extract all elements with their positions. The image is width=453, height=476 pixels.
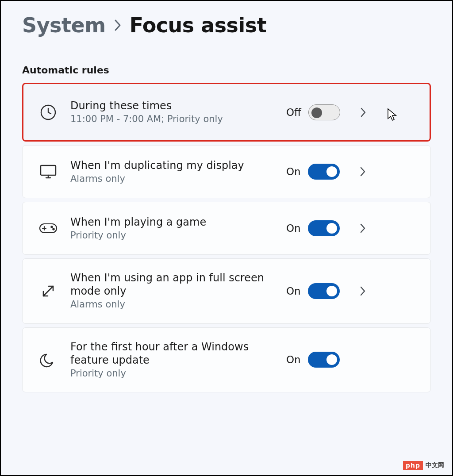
rule-title: When I'm duplicating my display [70,159,274,172]
monitor-icon [38,163,58,180]
toggle-state-label: On [286,223,301,234]
svg-rect-1 [41,165,56,175]
chevron-right-icon[interactable] [355,107,371,118]
watermark-brand: php [403,461,423,470]
toggle-state-label: On [286,354,301,365]
toggle-switch[interactable] [308,352,340,368]
svg-point-4 [53,229,54,230]
rule-during-these-times[interactable]: During these times 11:00 PM - 7:00 AM; P… [22,83,431,142]
toggle-state-label: Off [286,107,301,118]
rule-fullscreen-app[interactable]: When I'm using an app in full screen mod… [22,258,431,323]
moon-icon [38,352,58,368]
breadcrumb: System Focus assist [22,13,431,37]
chevron-right-icon [114,19,122,32]
toggle-switch[interactable] [308,164,340,180]
gamepad-icon [38,222,58,235]
chevron-right-icon[interactable] [355,166,371,177]
section-heading-automatic-rules: Automatic rules [22,65,431,76]
rule-title: When I'm playing a game [70,215,274,229]
rule-subtitle: Priority only [70,230,274,242]
watermark-suffix: 中文网 [426,461,444,469]
rule-title: During these times [70,99,274,112]
toggle-state-label: On [286,166,301,177]
chevron-right-icon[interactable] [355,223,371,234]
fullscreen-arrow-icon [38,283,58,299]
chevron-right-icon[interactable] [355,286,371,296]
toggle-switch[interactable] [308,283,340,299]
page-title: Focus assist [130,13,267,37]
toggle-switch[interactable] [308,104,340,120]
breadcrumb-parent[interactable]: System [22,13,106,37]
rule-subtitle: Alarms only [70,173,274,185]
clock-icon [38,104,58,121]
svg-point-3 [51,226,52,228]
rule-after-feature-update[interactable]: For the first hour after a Windows featu… [22,327,431,392]
rule-subtitle: Alarms only [70,299,274,311]
rule-subtitle: 11:00 PM - 7:00 AM; Priority only [70,113,274,125]
watermark: php 中文网 [403,461,444,470]
toggle-state-label: On [286,285,301,297]
automatic-rules-list: During these times 11:00 PM - 7:00 AM; P… [22,83,431,392]
toggle-switch[interactable] [308,220,340,236]
mouse-cursor-icon [386,108,399,122]
rule-title: When I'm using an app in full screen mod… [70,271,274,298]
rule-title: For the first hour after a Windows featu… [70,340,274,367]
rule-playing-game[interactable]: When I'm playing a game Priority only On [22,202,431,255]
rule-subtitle: Priority only [70,368,274,380]
rule-duplicating-display[interactable]: When I'm duplicating my display Alarms o… [22,145,431,198]
